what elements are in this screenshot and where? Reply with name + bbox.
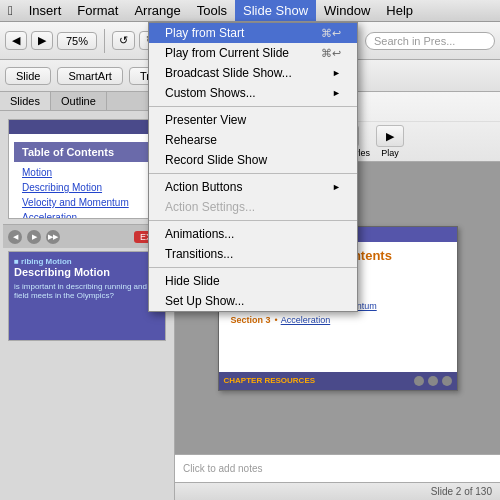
- menu-custom-shows[interactable]: Custom Shows... ►: [149, 83, 357, 103]
- menu-play-current-label: Play from Current Slide: [165, 46, 289, 60]
- toolbar-forward[interactable]: ▶: [31, 31, 53, 50]
- toc-heading: Table of Contents: [14, 142, 160, 162]
- link-acceleration[interactable]: Acceleration: [14, 210, 160, 219]
- menu-record[interactable]: Record Slide Show: [149, 150, 357, 170]
- menu-sep3: [149, 220, 357, 221]
- menu-hide-slide-label: Hide Slide: [165, 274, 220, 288]
- menu-action-settings-label: Action Settings...: [165, 200, 255, 214]
- slide-status: Slide 2 of 130: [431, 486, 492, 497]
- menubar:  Insert Format Arrange Tools Slide Show…: [0, 0, 500, 22]
- menu-action-settings: Action Settings...: [149, 197, 357, 217]
- menu-presenter-label: Presenter View: [165, 113, 246, 127]
- slide-bottom-nav: [414, 376, 452, 386]
- nav-prev[interactable]: ◀: [8, 230, 22, 244]
- menubar-format[interactable]: Format: [69, 0, 126, 21]
- link-velocity[interactable]: Velocity and Momentum: [14, 195, 160, 210]
- menu-sep2: [149, 173, 357, 174]
- slide1-controls: ◀ ▶ ▶▶ EXIT: [3, 224, 171, 248]
- action-arrow: ►: [332, 182, 341, 192]
- slide2-body: is important in describing running and f…: [14, 282, 160, 300]
- section3-number: Section 3: [231, 315, 271, 325]
- menu-setup[interactable]: Set Up Show...: [149, 291, 357, 311]
- menu-play-start-label: Play from Start: [165, 26, 244, 40]
- toolbar-back[interactable]: ◀: [5, 31, 27, 50]
- menubar-tools[interactable]: Tools: [189, 0, 235, 21]
- chapter-resources-label: CHAPTER RESOURCES: [224, 376, 316, 385]
- zoom-level[interactable]: 75%: [57, 32, 97, 50]
- menu-rehearse[interactable]: Rehearse: [149, 130, 357, 150]
- menu-play-start-shortcut: ⌘↩: [321, 27, 341, 40]
- slide-bottom-bar: CHAPTER RESOURCES: [219, 372, 457, 390]
- status-bar: Slide 2 of 130: [175, 482, 500, 500]
- menu-broadcast-label: Broadcast Slide Show...: [165, 66, 292, 80]
- play-icon: ▶: [376, 125, 404, 147]
- slide-thumb-2[interactable]: ■ ribing Motion Describing Motion is imp…: [8, 251, 166, 341]
- slideshow-dropdown[interactable]: Play from Start ⌘↩ Play from Current Sli…: [148, 22, 358, 312]
- custom-shows-arrow: ►: [332, 88, 341, 98]
- menu-rehearse-label: Rehearse: [165, 133, 217, 147]
- menu-play-current[interactable]: Play from Current Slide ⌘↩: [149, 43, 357, 63]
- menu-animations-label: Animations...: [165, 227, 234, 241]
- tab-outline[interactable]: Outline: [51, 92, 107, 110]
- tab-slides[interactable]: Slides: [0, 92, 51, 110]
- rt-play-btn[interactable]: ▶ Play: [376, 125, 404, 158]
- toolbar-sep1: [104, 29, 105, 53]
- notes-placeholder: Click to add notes: [183, 463, 263, 474]
- slide2-main: Describing Motion: [14, 266, 110, 278]
- slide2-title: ■ ribing Motion Describing Motion is imp…: [9, 252, 165, 305]
- menubar-help[interactable]: Help: [378, 0, 421, 21]
- menu-record-label: Record Slide Show: [165, 153, 267, 167]
- menu-hide-slide[interactable]: Hide Slide: [149, 271, 357, 291]
- broadcast-arrow: ►: [332, 68, 341, 78]
- search-input[interactable]: Search in Pres...: [365, 32, 495, 50]
- slide1-bar: [9, 120, 165, 134]
- rt-play-label: Play: [381, 148, 399, 158]
- menubar-apple[interactable]: : [0, 0, 21, 21]
- menubar-window[interactable]: Window: [316, 0, 378, 21]
- nav-dot-1[interactable]: [414, 376, 424, 386]
- nav-next[interactable]: ▶▶: [46, 230, 60, 244]
- link-motion[interactable]: Motion: [14, 165, 160, 180]
- section3-text: Acceleration: [281, 315, 331, 325]
- menubar-slideshow[interactable]: Slide Show: [235, 0, 316, 21]
- menu-transitions[interactable]: Transitions...: [149, 244, 357, 264]
- tab-smartart[interactable]: SmartArt: [57, 67, 122, 85]
- menu-sep1: [149, 106, 357, 107]
- menu-action-buttons-label: Action Buttons: [165, 180, 242, 194]
- slide-section-3: Section 3 • Acceleration: [231, 315, 445, 325]
- menu-setup-label: Set Up Show...: [165, 294, 244, 308]
- link-describing[interactable]: Describing Motion: [14, 180, 160, 195]
- menubar-arrange[interactable]: Arrange: [126, 0, 188, 21]
- menubar-insert[interactable]: Insert: [21, 0, 70, 21]
- toolbar-undo[interactable]: ↺: [112, 31, 135, 50]
- menu-broadcast[interactable]: Broadcast Slide Show... ►: [149, 63, 357, 83]
- menu-play-start[interactable]: Play from Start ⌘↩: [149, 23, 357, 43]
- menu-animations[interactable]: Animations...: [149, 224, 357, 244]
- menu-custom-shows-label: Custom Shows...: [165, 86, 256, 100]
- menu-play-current-shortcut: ⌘↩: [321, 47, 341, 60]
- menu-presenter-view[interactable]: Presenter View: [149, 110, 357, 130]
- tab-slide[interactable]: Slide: [5, 67, 51, 85]
- notes-area[interactable]: Click to add notes: [175, 454, 500, 482]
- section3-bullet: •: [275, 315, 278, 325]
- nav-dot-2[interactable]: [428, 376, 438, 386]
- slide1-content: Table of Contents Motion Describing Moti…: [9, 134, 165, 219]
- menu-sep4: [149, 267, 357, 268]
- menu-transitions-label: Transitions...: [165, 247, 233, 261]
- menu-action-buttons[interactable]: Action Buttons ►: [149, 177, 357, 197]
- nav-play[interactable]: ▶: [27, 230, 41, 244]
- nav-dot-3[interactable]: [442, 376, 452, 386]
- slide-thumb-1[interactable]: Table of Contents Motion Describing Moti…: [8, 119, 166, 219]
- slide2-subtitle: ■ ribing Motion: [14, 257, 160, 266]
